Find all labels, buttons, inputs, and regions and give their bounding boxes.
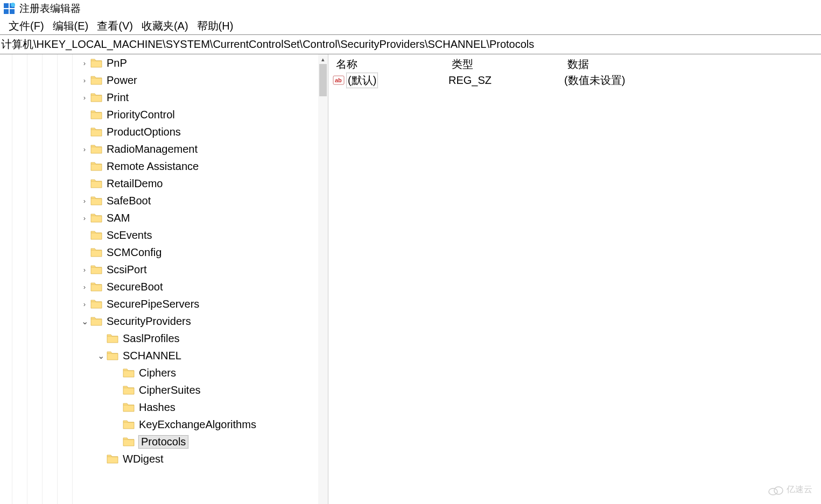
tree-item-pnp[interactable]: ›PnP [0,54,318,72]
main-area: ›PnP›Power›PrintPriorityControlProductOp… [0,54,821,504]
folder-icon [123,367,135,378]
folder-icon [90,281,102,292]
regedit-icon [3,3,15,15]
tree-item-print[interactable]: ›Print [0,89,318,106]
tree-item-label: Remote Assistance [107,160,199,173]
tree-item-radiomanagement[interactable]: ›RadioManagement [0,140,318,158]
tree-item-secureboot[interactable]: ›SecureBoot [0,278,318,295]
tree-item-prioritycontrol[interactable]: PriorityControl [0,106,318,123]
tree-item-scsiport[interactable]: ›ScsiPort [0,261,318,278]
menu-edit[interactable]: 编辑(E) [50,18,92,34]
chevron-right-icon[interactable]: › [81,266,88,274]
menu-help[interactable]: 帮助(H) [194,18,237,34]
tree-item-securityproviders[interactable]: ⌄SecurityProviders [0,313,318,330]
tree-item-label: RetailDemo [107,178,163,190]
tree-item-scevents[interactable]: ScEvents [0,226,318,244]
menu-file[interactable]: 文件(F) [5,18,47,34]
value-row[interactable]: ab(默认)REG_SZ(数值未设置) [333,72,817,89]
tree-item-hashes[interactable]: Hashes [0,399,318,416]
tree-item-label: Ciphers [139,367,176,379]
column-data-header[interactable]: 数据 [564,57,817,72]
tree-item-label: SCHANNEL [123,350,181,362]
folder-icon [123,402,135,413]
chevron-right-icon[interactable]: › [81,197,88,205]
address-bar[interactable]: 计算机\HKEY_LOCAL_MACHINE\SYSTEM\CurrentCon… [0,34,821,54]
tree-item-label: SaslProfiles [123,332,180,345]
tree-item-label: SCMConfig [107,246,162,259]
scroll-thumb[interactable] [319,64,327,96]
svg-rect-0 [4,3,9,8]
folder-icon [107,453,118,464]
svg-point-8 [774,487,783,494]
tree-scroll[interactable]: ›PnP›Power›PrintPriorityControlProductOp… [0,54,318,504]
scroll-up-icon[interactable]: ▴ [318,54,328,64]
tree-item-label: WDigest [123,453,164,465]
tree-item-productoptions[interactable]: ProductOptions [0,123,318,140]
tree-item-label: SAM [107,212,130,224]
svg-text:ab: ab [335,77,342,83]
folder-icon [90,230,102,240]
tree-item-securepipeservers[interactable]: ›SecurePipeServers [0,295,318,313]
tree-item-remote-assistance[interactable]: Remote Assistance [0,158,318,175]
tree-item-retaildemo[interactable]: RetailDemo [0,175,318,192]
svg-rect-3 [10,9,15,14]
folder-icon [123,419,135,430]
folder-icon [90,109,102,120]
folder-icon [90,144,102,154]
tree-item-label: CipherSuites [139,384,201,396]
tree-item-label: KeyExchangeAlgorithms [139,418,256,431]
folder-icon [90,264,102,275]
chevron-right-icon[interactable]: › [81,94,88,102]
tree-item-label: Print [107,91,129,104]
folder-icon [90,316,102,326]
column-type-header[interactable]: 类型 [448,57,564,72]
tree-item-protocols[interactable]: Protocols [0,433,318,450]
chevron-right-icon[interactable]: › [81,145,88,153]
chevron-right-icon[interactable]: › [81,59,88,67]
cloud-icon [768,485,783,495]
folder-icon [107,333,118,344]
tree-item-ciphersuites[interactable]: CipherSuites [0,381,318,399]
tree-item-label: Protocols [139,436,188,448]
chevron-right-icon[interactable]: › [81,283,88,291]
tree-item-label: RadioManagement [107,143,198,155]
tree-item-sam[interactable]: ›SAM [0,209,318,226]
value-data: (数值未设置) [564,73,817,88]
tree-item-schannel[interactable]: ⌄SCHANNEL [0,347,318,364]
tree-item-saslprofiles[interactable]: SaslProfiles [0,330,318,347]
menu-favorites[interactable]: 收藏夹(A) [138,18,192,34]
tree-item-label: PnP [107,57,127,69]
folder-icon [90,212,102,223]
folder-icon [90,126,102,137]
folder-icon [107,350,118,361]
menubar: 文件(F) 编辑(E) 查看(V) 收藏夹(A) 帮助(H) [0,17,821,34]
watermark-text: 亿速云 [787,484,812,495]
folder-icon [90,92,102,103]
chevron-right-icon[interactable]: › [81,76,88,84]
tree-item-wdigest[interactable]: WDigest [0,450,318,467]
value-type: REG_SZ [448,74,564,87]
tree-item-label: ScEvents [107,229,152,242]
tree-item-label: SecurePipeServers [107,298,199,310]
menu-view[interactable]: 查看(V) [94,18,136,34]
folder-icon [123,436,135,447]
tree-scrollbar[interactable]: ▴ [318,54,328,504]
tree-item-label: SafeBoot [107,195,151,207]
tree-pane: ›PnP›Power›PrintPriorityControlProductOp… [0,54,328,504]
folder-icon [90,195,102,206]
tree-item-ciphers[interactable]: Ciphers [0,364,318,381]
string-value-icon: ab [333,74,345,86]
app-title: 注册表编辑器 [19,2,81,16]
tree-item-power[interactable]: ›Power [0,72,318,89]
column-name-header[interactable]: 名称 [333,57,448,72]
tree-item-scmconfig[interactable]: SCMConfig [0,244,318,261]
tree-item-label: SecurityProviders [107,315,191,328]
chevron-right-icon[interactable]: › [81,214,88,222]
chevron-down-icon[interactable]: ⌄ [81,316,88,326]
value-header: 名称 类型 数据 [333,56,817,72]
value-pane: 名称 类型 数据 ab(默认)REG_SZ(数值未设置) [328,54,821,504]
chevron-right-icon[interactable]: › [81,300,88,308]
chevron-down-icon[interactable]: ⌄ [97,351,104,361]
tree-item-keyexchangealgorithms[interactable]: KeyExchangeAlgorithms [0,416,318,433]
tree-item-safeboot[interactable]: ›SafeBoot [0,192,318,209]
